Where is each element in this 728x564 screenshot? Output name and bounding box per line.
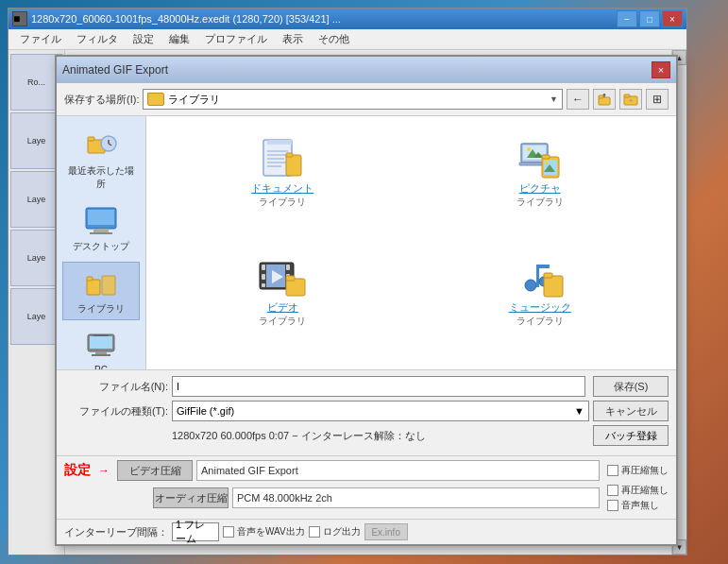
- audio-checkbox-group: 再圧縮無し 音声無し: [607, 484, 669, 512]
- menu-settings[interactable]: 設定: [126, 30, 161, 48]
- sidebar-item-pc[interactable]: PC: [62, 324, 140, 369]
- svg-point-47: [527, 147, 531, 151]
- content-area: 最近表示した場所 デスクトップ: [57, 116, 676, 369]
- recompress-none-checkbox-1[interactable]: 再圧縮無し: [607, 464, 669, 477]
- video-compress-row: 設定 → ビデオ圧縮 Animated GIF Export 再圧縮無し: [64, 460, 669, 481]
- file-item-video[interactable]: ビデオ ライブラリ: [158, 247, 408, 358]
- svg-rect-14: [93, 229, 109, 232]
- cancel-button[interactable]: キャンセル: [593, 401, 669, 421]
- info-text: 1280x720 60.000fps 0:07 − インターレース解除：なし: [172, 429, 589, 443]
- path-new-folder-button[interactable]: +: [619, 89, 642, 110]
- svg-rect-1: [599, 95, 603, 98]
- log-output-label: ログ出力: [323, 525, 361, 538]
- svg-rect-8: [88, 137, 94, 141]
- bg-close-button[interactable]: ×: [662, 10, 683, 27]
- new-folder-icon: +: [623, 93, 638, 106]
- wav-output-checkbox-box[interactable]: [223, 526, 234, 538]
- sidebar-desktop-label: デスクトップ: [73, 240, 129, 253]
- svg-rect-13: [88, 210, 114, 225]
- svg-rect-41: [286, 153, 293, 157]
- music-file-sublabel: ライブラリ: [516, 315, 564, 328]
- save-button[interactable]: 保存(S): [593, 376, 669, 397]
- filetype-label: ファイルの種類(T):: [64, 404, 168, 419]
- path-back-button[interactable]: ←: [567, 89, 589, 110]
- filename-input[interactable]: [172, 376, 585, 397]
- log-output-checkbox-box[interactable]: [309, 526, 320, 538]
- arrow-label: →: [98, 464, 110, 477]
- save-cancel-buttons: 保存(S): [593, 376, 669, 397]
- menu-view[interactable]: 表示: [275, 30, 311, 48]
- interleave-row: インターリーブ間隔： 1 フレーム 音声をWAV出力 ログ出力 Ex.info: [57, 519, 676, 544]
- pc-icon: [82, 329, 120, 363]
- path-view-button[interactable]: ⊞: [646, 89, 669, 110]
- dialog-body: 保存する場所(I): ライブラリ ▼ ←: [57, 83, 676, 544]
- log-output-check[interactable]: ログ出力: [309, 525, 361, 538]
- svg-marker-3: [602, 94, 606, 95]
- bg-maximize-button[interactable]: □: [639, 10, 660, 27]
- menu-file[interactable]: ファイル: [12, 30, 69, 48]
- menu-other[interactable]: その他: [311, 30, 357, 48]
- no-audio-checkbox[interactable]: 音声無し: [607, 499, 669, 512]
- svg-rect-16: [87, 280, 100, 295]
- recompress-none-checkbox-2[interactable]: 再圧縮無し: [607, 484, 669, 497]
- wav-output-label: 音声をWAV出力: [237, 525, 305, 538]
- menu-profile[interactable]: プロファイル: [197, 30, 275, 48]
- wav-output-check[interactable]: 音声をWAV出力: [223, 525, 305, 538]
- video-file-name: ビデオ: [267, 300, 298, 315]
- video-checkbox-group: 再圧縮無し: [607, 464, 669, 477]
- checkbox-1-box[interactable]: [607, 465, 618, 476]
- path-up-button[interactable]: [593, 89, 616, 110]
- file-area: ドキュメント ライブラリ: [146, 116, 676, 369]
- dialog-title: Animated GIF Export: [62, 63, 168, 77]
- animated-gif-export-dialog: Animated GIF Export × 保存する場所(I): ライブラリ ▼…: [55, 55, 678, 546]
- svg-rect-34: [267, 140, 292, 145]
- checkbox-2-box[interactable]: [607, 485, 618, 496]
- file-item-document[interactable]: ドキュメント ライブラリ: [158, 128, 408, 239]
- picture-file-sublabel: ライブラリ: [516, 196, 564, 209]
- file-item-music[interactable]: ミュージック ライブラリ: [415, 247, 666, 358]
- svg-rect-17: [87, 277, 93, 281]
- svg-rect-23: [93, 334, 109, 336]
- filetype-row: ファイルの種類(T): GifFile (*.gif) ▼ キャンセル: [64, 401, 669, 421]
- checkbox-3-label: 音声無し: [621, 499, 659, 512]
- svg-rect-63: [286, 276, 295, 281]
- picture-file-name: ピクチャ: [519, 181, 561, 196]
- audio-compress-row: オーディオ圧縮 PCM 48.000kHz 2ch 再圧縮無し 音声無し: [64, 484, 669, 512]
- path-dropdown-arrow: ▼: [550, 94, 558, 104]
- bg-minimize-button[interactable]: −: [617, 10, 637, 27]
- menu-filter[interactable]: フィルタ: [69, 30, 126, 48]
- interleave-label: インターリーブ間隔：: [64, 525, 168, 539]
- ex-info-button[interactable]: Ex.info: [364, 523, 408, 540]
- svg-rect-18: [102, 276, 115, 295]
- checkbox-1-label: 再圧縮無し: [621, 464, 669, 477]
- path-dropdown[interactable]: ライブラリ ▼: [143, 89, 563, 110]
- svg-text:+: +: [629, 96, 634, 105]
- audio-compress-button[interactable]: オーディオ圧縮: [153, 487, 229, 508]
- music-file-name: ミュージック: [509, 300, 571, 315]
- filetype-dropdown[interactable]: GifFile (*.gif) ▼: [172, 401, 589, 421]
- svg-rect-15: [90, 232, 112, 234]
- bg-titlebar-buttons: − □ ×: [617, 10, 683, 27]
- sidebar-item-recent[interactable]: 最近表示した場所: [62, 124, 140, 196]
- setting-label: 設定: [64, 462, 91, 479]
- sidebar-item-desktop[interactable]: デスクトップ: [62, 199, 140, 258]
- svg-rect-68: [544, 276, 563, 297]
- svg-rect-56: [262, 283, 265, 287]
- svg-rect-49: [542, 155, 550, 159]
- sidebar-item-library[interactable]: ライブラリ: [62, 262, 140, 320]
- path-bar: 保存する場所(I): ライブラリ ▼ ←: [57, 83, 676, 116]
- sidebar-recent-label: 最近表示した場所: [67, 164, 135, 191]
- music-icon: [514, 255, 567, 300]
- video-compress-button[interactable]: ビデオ圧縮: [117, 460, 193, 481]
- batch-register-button[interactable]: バッチ登録: [593, 425, 669, 446]
- filetype-value: GifFile (*.gif): [177, 405, 234, 417]
- interleave-input[interactable]: 1 フレーム: [172, 522, 219, 541]
- svg-rect-62: [286, 279, 305, 296]
- checkbox-3-box[interactable]: [607, 500, 618, 511]
- svg-rect-57: [286, 265, 290, 270]
- svg-rect-21: [95, 351, 107, 354]
- dialog-close-button[interactable]: ×: [652, 61, 670, 78]
- menu-edit[interactable]: 編集: [161, 30, 197, 48]
- svg-rect-54: [262, 265, 265, 270]
- file-item-picture[interactable]: ピクチャ ライブラリ: [415, 128, 666, 239]
